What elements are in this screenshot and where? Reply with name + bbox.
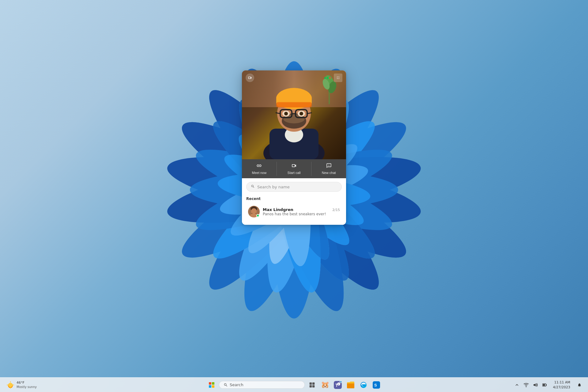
task-view-icon — [309, 382, 315, 388]
contact-item-max[interactable]: Max Lindgren 2/15 Panos has the best sne… — [246, 203, 342, 220]
svg-rect-74 — [310, 382, 312, 385]
svg-point-85 — [526, 386, 526, 387]
chevron-up-icon — [515, 383, 518, 386]
camera-icon[interactable] — [246, 74, 254, 82]
svg-point-56 — [284, 112, 288, 115]
new-chat-icon — [326, 163, 332, 170]
weather-condition: Mostly sunny — [17, 385, 37, 389]
taskbar: 46°F Mostly sunny Searc — [0, 377, 588, 392]
taskbar-left: 46°F Mostly sunny — [4, 379, 39, 390]
show-hidden-icons-button[interactable] — [513, 381, 521, 389]
taskbar-search-text: Search — [230, 383, 243, 387]
contact-date: 2/15 — [332, 208, 340, 212]
taskbar-search-bar[interactable]: Search — [219, 381, 305, 389]
notification-center-button[interactable] — [575, 381, 584, 389]
weather-temp: 46°F — [17, 381, 37, 385]
win-quad-yellow — [212, 385, 214, 388]
recent-section: Recent — [242, 194, 346, 225]
contact-info-max: Max Lindgren 2/15 Panos has the best sne… — [263, 207, 340, 216]
desktop: Meet now Start call New chat — [0, 0, 588, 392]
person-figure — [251, 74, 337, 159]
weather-icon — [6, 381, 15, 389]
wifi-icon — [524, 383, 529, 387]
store-icon: S — [373, 381, 380, 389]
taskbar-search-icon — [224, 383, 228, 387]
svg-text:T: T — [338, 383, 340, 385]
svg-point-65 — [251, 212, 256, 216]
video-controls — [246, 74, 342, 82]
dot-green-2 — [327, 77, 328, 79]
search-section: Search by name — [242, 178, 346, 194]
svg-point-57 — [300, 112, 303, 115]
start-button[interactable] — [206, 379, 217, 390]
search-placeholder: Search by name — [257, 185, 290, 189]
svg-point-63 — [251, 206, 257, 211]
svg-point-67 — [254, 211, 256, 212]
taskbar-right: 11:11 AM 4/27/2023 — [513, 379, 584, 391]
video-top-right — [323, 74, 342, 82]
system-tray — [513, 381, 549, 389]
edge-browser-icon[interactable] — [358, 379, 369, 390]
hamster-emoji: 🐹 — [321, 381, 329, 389]
clock[interactable]: 11:11 AM 4/27/2023 — [551, 379, 572, 391]
teams-taskbar-icon[interactable]: T T — [332, 379, 343, 390]
new-chat-button[interactable]: New chat — [311, 159, 346, 178]
expand-button[interactable] — [334, 74, 342, 82]
edge-icon — [360, 381, 367, 389]
task-view-button[interactable] — [307, 379, 318, 390]
volume-button[interactable] — [531, 381, 540, 389]
svg-rect-87 — [543, 384, 545, 386]
recent-label: Recent — [246, 197, 342, 201]
video-area — [242, 70, 346, 159]
weather-text: 46°F Mostly sunny — [17, 381, 37, 389]
start-call-label: Start call — [288, 171, 301, 175]
hamster-app-icon[interactable]: 🐹 — [319, 379, 330, 390]
svg-point-64 — [251, 209, 257, 215]
svg-rect-75 — [312, 382, 315, 385]
contact-name-row: Max Lindgren 2/15 — [263, 207, 340, 212]
teams-chat-panel: Meet now Start call New chat — [242, 70, 346, 225]
svg-rect-61 — [276, 102, 312, 107]
svg-rect-88 — [546, 384, 547, 386]
search-icon — [251, 184, 255, 189]
win-quad-green — [212, 382, 214, 385]
contact-message: Panos has the best sneakers ever! — [263, 212, 340, 216]
folder-icon — [347, 382, 354, 388]
weather-widget[interactable]: 46°F Mostly sunny — [4, 379, 39, 390]
svg-text:S: S — [374, 383, 377, 387]
start-call-icon — [291, 163, 297, 170]
meet-now-icon — [256, 163, 262, 170]
battery-button[interactable] — [540, 381, 549, 389]
start-call-button[interactable]: Start call — [277, 159, 311, 178]
more-options-button[interactable] — [323, 76, 332, 80]
action-buttons-row: Meet now Start call New chat — [242, 159, 346, 178]
wifi-button[interactable] — [522, 381, 530, 389]
new-chat-label: New chat — [322, 171, 336, 175]
svg-point-66 — [252, 211, 253, 212]
svg-rect-77 — [312, 385, 315, 387]
notification-icon — [577, 383, 582, 387]
ms-store-icon[interactable]: S — [371, 379, 382, 390]
volume-icon — [533, 383, 538, 387]
win-quad-blue — [209, 385, 211, 388]
contact-avatar-wrapper — [248, 206, 260, 217]
clock-time: 11:11 AM — [553, 380, 570, 385]
windows-logo — [209, 382, 214, 388]
contact-name: Max Lindgren — [263, 207, 293, 212]
dot-green — [324, 77, 326, 79]
svg-rect-76 — [310, 385, 312, 387]
meet-now-label: Meet now — [252, 171, 266, 175]
dot-red — [329, 77, 331, 79]
battery-icon — [542, 383, 547, 387]
win-quad-red — [209, 382, 211, 385]
meet-now-button[interactable]: Meet now — [242, 159, 277, 178]
clock-date: 4/27/2023 — [553, 385, 570, 390]
file-explorer-icon[interactable] — [345, 379, 356, 390]
svg-point-69 — [8, 383, 13, 387]
taskbar-center: Search 🐹 T T — [206, 379, 382, 390]
name-search-input[interactable]: Search by name — [246, 182, 342, 192]
teams-notification-dot — [340, 381, 342, 383]
online-indicator — [256, 214, 259, 217]
